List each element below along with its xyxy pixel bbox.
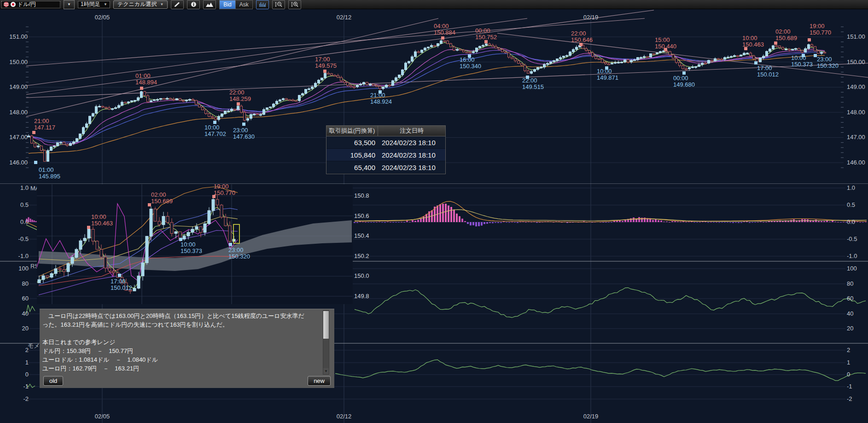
news-text: ユーロ円は22時時点では163.00円と20時時点（163.15円）と比べて15… [42, 311, 319, 373]
indicator-axis-label: 20 [847, 325, 868, 332]
indicator-axis-label: 0.0 [0, 218, 29, 225]
inset-axis-label: 150.6 [354, 212, 369, 219]
price-axis-label: 150.00 [0, 59, 28, 65]
indicator-axis-label: 0.0 [847, 218, 868, 225]
indicator-axis-label: 0 [0, 371, 29, 378]
trade-history-table[interactable]: 取引損益(円換算) 注文日時 63,5002024/02/23 18:10105… [326, 125, 446, 174]
indicator-axis-label: -0.5 [847, 235, 868, 242]
ask-button[interactable]: Ask [235, 0, 252, 9]
price-axis-label: 148.00 [0, 109, 28, 116]
info-icon [191, 1, 197, 7]
cell-order-datetime: 2024/02/23 18:10 [378, 139, 445, 147]
column-header-pl[interactable]: 取引損益(円換算) [326, 126, 378, 136]
table-row[interactable]: 65,4002024/02/23 18:10 [326, 161, 445, 174]
technical-indicator-button[interactable]: テクニカル選択 ▼ [113, 0, 168, 9]
indicator-axis-label: 2 [847, 347, 868, 353]
indicator-axis-label: 80 [0, 280, 29, 287]
currency-pair-selector[interactable]: ドル/円 [1, 1, 60, 8]
indicator-axis-label: 60 [0, 295, 29, 302]
indicator-axis-label: -1 [847, 383, 868, 390]
old-button[interactable]: old [43, 376, 63, 386]
date-axis-label: 02/19 [583, 14, 599, 21]
inset-axis-label: 150.0 [354, 272, 369, 279]
bid-ask-toggle: Bid Ask [219, 0, 252, 9]
price-axis-label: 146.00 [0, 159, 28, 166]
bid-button[interactable]: Bid [220, 0, 235, 9]
pair-dropdown-button[interactable]: ▼ [64, 0, 75, 9]
news-line: った。163.21円を高値にドル円の失速につれて163円を割り込んだ。 [42, 320, 319, 329]
price-axis-label: 147.00 [847, 134, 868, 141]
inset-axis-label: 150.8 [354, 192, 369, 199]
scrollbar-thumb[interactable] [323, 311, 329, 339]
news-scrollbar[interactable]: ▼ [323, 310, 329, 375]
price-axis-label: 148.00 [847, 109, 868, 116]
indicator-axis-label: 1 [0, 359, 29, 366]
column-header-datetime[interactable]: 注文日時 [378, 126, 445, 136]
volume-display-button[interactable] [256, 0, 269, 9]
price-axis-label: 149.00 [0, 83, 28, 90]
indicator-axis-label: 0.5 [847, 201, 868, 208]
news-line [42, 329, 319, 338]
news-line: ユーロドル：1.0814ドル － 1.0840ドル [42, 355, 319, 364]
jpy-flag-icon [11, 2, 16, 7]
indicator-axis-label: -1 [0, 383, 29, 390]
indicator-axis-label: -1.0 [847, 253, 868, 259]
date-axis-label: 02/19 [583, 413, 599, 420]
cell-profit-loss: 105,840 [326, 151, 378, 159]
cell-profit-loss: 65,400 [326, 164, 378, 171]
price-axis-label: 151.00 [847, 33, 868, 40]
indicator-axis-label: 1.0 [0, 184, 29, 191]
news-line: ユーロ円は22時時点では163.00円と20時時点（163.15円）と比べて15… [42, 311, 319, 320]
timeframe-label: 1時間足 [81, 0, 100, 8]
pencil-icon [174, 2, 181, 7]
indicator-axis-label: 100 [0, 265, 29, 272]
inset-chart-canvas [37, 184, 353, 304]
indicator-axis-label: -1.0 [0, 253, 29, 259]
table-row[interactable]: 105,8402024/02/23 18:10 [326, 149, 445, 161]
currency-pair-label: ドル/円 [17, 0, 36, 8]
news-line: 本日これまでの参考レンジ [42, 338, 319, 347]
indicator-axis-label: 1 [847, 359, 868, 366]
news-panel: ユーロ円は22時時点では163.00円と20時時点（163.15円）と比べて15… [40, 309, 334, 388]
indicator-axis-label: 20 [0, 325, 29, 332]
chart-style-button[interactable] [203, 0, 216, 9]
indicator-axis-label: 0 [847, 371, 868, 378]
indicator-axis-label: 2 [0, 347, 29, 353]
mountain-chart-icon [206, 2, 213, 7]
indicator-axis-label: 60 [847, 295, 868, 302]
indicator-axis-label: -2 [0, 395, 29, 402]
usd-flag-icon [4, 2, 9, 7]
chevron-down-icon: ▼ [104, 2, 107, 6]
indicator-axis-label: 100 [847, 265, 868, 272]
timeframe-selector[interactable]: 1時間足 ▼ [78, 1, 110, 8]
price-axis-label: 149.00 [847, 83, 868, 90]
table-body: 63,5002024/02/23 18:10105,8402024/02/23 … [326, 136, 445, 174]
date-axis-label: 02/05 [95, 14, 110, 21]
info-button[interactable] [187, 0, 200, 9]
zoom-in-icon [291, 1, 298, 7]
inset-axis-label: 150.2 [354, 253, 369, 259]
indicator-axis-label: 1.0 [847, 184, 868, 191]
waveform-icon [259, 2, 266, 7]
indicator-axis-label: 80 [847, 280, 868, 287]
zoom-out-icon [275, 1, 282, 7]
news-line: ユーロ円：162.79円 － 163.21円 [42, 364, 319, 373]
draw-line-button[interactable] [171, 0, 184, 9]
zoom-in-button[interactable] [288, 0, 301, 9]
date-axis-label: 02/12 [337, 14, 352, 21]
cell-profit-loss: 63,500 [326, 139, 378, 147]
cell-order-datetime: 2024/02/23 18:10 [378, 164, 445, 171]
new-button[interactable]: new [308, 376, 331, 386]
inset-axis-label: 150.4 [354, 232, 369, 239]
price-axis-label: 146.00 [847, 159, 868, 166]
inset-chart[interactable] [37, 184, 353, 304]
toolbar: ドル/円 ▼ 1時間足 ▼ テクニカル選択 ▼ Bid Ask [0, 0, 868, 9]
indicator-axis-label: 0.5 [0, 201, 29, 208]
scroll-down-arrow-icon[interactable]: ▼ [323, 368, 329, 374]
news-line: ドル円：150.38円 － 150.77円 [42, 347, 319, 355]
chevron-down-icon: ▼ [67, 2, 71, 6]
indicator-axis-label: 40 [0, 310, 29, 317]
table-row[interactable]: 63,5002024/02/23 18:10 [326, 136, 445, 149]
zoom-out-button[interactable] [272, 0, 285, 9]
chevron-down-icon: ▼ [160, 2, 163, 6]
